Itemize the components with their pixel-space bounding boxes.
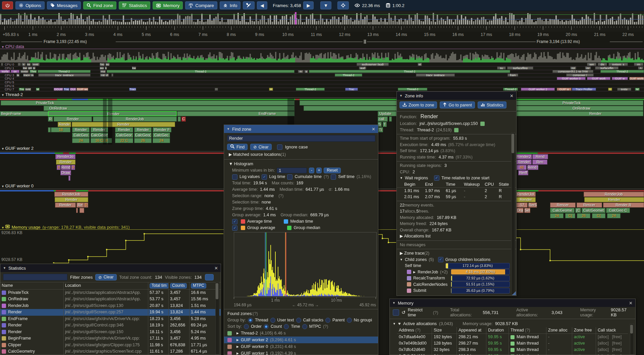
found-group-guif-worker-1[interactable]: ▶GUIF worker 1(3,192) 4.39 s: [224, 350, 378, 355]
cpu-zone-syste[interactable]: syste: [20, 70, 29, 73]
allocations-list-row[interactable]: ▶ Allocations list: [397, 233, 516, 239]
reset-button[interactable]: Reset: [324, 168, 341, 173]
zone-render-f[interactable]: Render F: [153, 127, 171, 132]
cpu-zone[interactable]: [111, 74, 113, 77]
frames-next-button[interactable]: ▶: [303, 1, 313, 9]
filter-zones-input[interactable]: [3, 274, 67, 280]
range-span[interactable]: ← 45.72 ms →: [292, 303, 319, 307]
zone-8[interactable]: 8: [57, 165, 61, 170]
zone-5[interactable]: 5: [84, 203, 88, 208]
group-by-radio-user-text[interactable]: [270, 318, 275, 323]
cpu-zone-surfa[interactable]: surfa: [0, 70, 10, 73]
frame-separator-row[interactable]: Frame 3,193 (22.45 ms)Frame 3,194 (13.92…: [0, 39, 644, 44]
alloc-column-appeared-at[interactable]: Appeared at: [457, 327, 486, 334]
zone-ti[interactable]: Ti: [378, 127, 383, 132]
zone-calcgec[interactable]: CalcGec: [153, 133, 170, 138]
column-header-name[interactable]: Name: [0, 282, 63, 289]
thread-header-guif-worker-2[interactable]: ▼ GUIF worker 2: [1, 146, 34, 151]
zone-calcgeo[interactable]: CalcGeo: [72, 133, 90, 138]
cpu-zone-inr[interactable]: inr: [585, 66, 591, 70]
statistics-scrollbar[interactable]: [215, 282, 219, 355]
limit-range-button[interactable]: [205, 274, 214, 280]
sort-by-radio-time[interactable]: [284, 324, 289, 329]
memory-button[interactable]: Memory: [153, 1, 183, 9]
cpu-zone-gguif[interactable]: GGUIF: [54, 88, 63, 91]
cpu-zone-tracy-systrace[interactable]: tracy_systrace: [416, 74, 455, 77]
zone-r[interactable]: R: [48, 117, 53, 122]
cpu-zone-tracy-profiler[interactable]: Tracy Profiler: [572, 88, 596, 91]
zone-trace-row[interactable]: ▶ Zone trace(2): [397, 250, 516, 257]
resize-grip[interactable]: [512, 291, 516, 295]
messages-button[interactable]: Messages: [47, 1, 81, 9]
zone-rers[interactable]: RerS: [528, 203, 537, 208]
zone-calcgeome[interactable]: CalcGeome: [550, 208, 575, 213]
found-group-guif-worker-0[interactable]: ▶GUIF worker 0(3,231) 4.48 s: [224, 343, 378, 350]
cpu-zone-a[interactable]: A: [638, 66, 643, 70]
cpu-zone-tra[interactable]: Tra: [19, 88, 24, 91]
cpu-zone-et[interactable]: et: [418, 63, 422, 66]
cpu-zone-t[interactable]: t: [608, 88, 612, 91]
cpu-zone--au[interactable]: (au: [100, 63, 105, 66]
scrollbar-thumb[interactable]: [630, 325, 633, 334]
cpu-zone-gui[interactable]: GUI: [70, 88, 76, 91]
cpu-zone-aud[interactable]: aud: [100, 66, 104, 70]
zone-info-statistics-button[interactable]: Statistics: [478, 101, 506, 108]
zone-18[interactable]: 18: [51, 127, 70, 132]
cpu-zone-thread-2[interactable]: Thread-2: [309, 70, 510, 73]
cpu-zone-syste[interactable]: syste: [617, 88, 631, 91]
cpu-zone-ss[interactable]: ss: [26, 63, 31, 66]
cpu-zone-audioserver-audi[interactable]: audioserver /audi: [357, 63, 389, 66]
ignore-case-checkbox[interactable]: [277, 144, 282, 150]
cpu-zone-thre[interactable]: Thre: [30, 70, 37, 73]
scrollbar-thumb[interactable]: [512, 134, 514, 153]
zone-render[interactable]: Render: [72, 127, 90, 132]
thread-activity-strip[interactable]: [516, 152, 538, 154]
cpu-zone-m[interactable]: M: [635, 88, 640, 91]
find-zone-titlebar[interactable]: ▼Find zone✕: [224, 125, 378, 133]
cpu-zone-au[interactable]: au: [105, 63, 110, 66]
child-zone-row-calcrendernodes[interactable]: CalcRenderNodes51.51 µs (1.15%): [397, 281, 516, 288]
statistics-row-render[interactable]: Renderjni/../jni/src/guif/Control.cpp:34…: [0, 322, 221, 329]
zone-update[interactable]: Update: [378, 111, 396, 116]
wait-regions-header[interactable]: ▼Wait regions✓Time relative to zone star…: [397, 175, 516, 181]
group-by-radio-thread[interactable]: [248, 318, 253, 323]
wait-column-state[interactable]: State: [499, 182, 512, 187]
zone-renderjo[interactable]: RenderJo: [55, 154, 75, 159]
column-header-location[interactable]: Location: [63, 282, 148, 289]
cpu-zone-kw[interactable]: kw: [132, 66, 136, 70]
sort-total-time-button[interactable]: Total tim: [150, 283, 168, 289]
cpu-zone-trac[interactable]: Trac: [345, 88, 358, 91]
alloc-column-zone-free[interactable]: Zone free: [572, 327, 596, 334]
cpu-zone-composer-[interactable]: composer (: [566, 74, 594, 77]
cpu-zone-surfaceflin[interactable]: surfaceflin: [595, 66, 619, 70]
cpu-zone-guif-w[interactable]: GUIF w: [612, 77, 628, 80]
thread-header-thread-2[interactable]: ▼ Thread-2: [1, 92, 23, 97]
zone-t[interactable]: T: [383, 122, 387, 127]
child-zone-row-recalctransform[interactable]: RecalcTransform72.92 µs (1.62%): [397, 275, 516, 281]
clear-filter-button[interactable]: ⊘Clear: [95, 274, 116, 280]
cpu-zone-s[interactable]: s: [105, 66, 107, 70]
frame-set-dropdown-button[interactable]: ▼: [320, 1, 331, 9]
sort-by-radio-count[interactable]: [264, 324, 269, 329]
close-icon[interactable]: ✕: [510, 93, 514, 98]
restrict-time-checkbox[interactable]: [393, 309, 399, 316]
zone-info-scrollbar[interactable]: [511, 133, 515, 295]
frame-time-graph[interactable]: [0, 11, 644, 25]
power-button[interactable]: [2, 1, 13, 9]
wait-column-cpu[interactable]: CPU: [485, 182, 497, 187]
zone-sel[interactable]: Sel: [524, 208, 530, 213]
cpu-zone-guif-worker-2[interactable]: GUIF worker 2: [629, 77, 644, 80]
zone-render[interactable]: Render: [55, 197, 88, 202]
zone-24[interactable]: 24: [607, 213, 621, 218]
cpu-zone-gm[interactable]: gm: [28, 66, 32, 70]
zone-rend-9[interactable]: Rend 9: [527, 165, 538, 170]
cpu-zone-m[interactable]: M: [36, 88, 40, 91]
zone-c[interactable]: C: [181, 117, 186, 122]
zone-render[interactable]: Render: [584, 197, 644, 202]
cpu-zone-system-s[interactable]: system_s: [608, 63, 628, 66]
zone-render[interactable]: Render: [115, 127, 133, 132]
memory-window-titlebar[interactable]: ▼Memory✕: [390, 299, 635, 307]
min-bin-input[interactable]: [277, 168, 307, 173]
zone-render[interactable]: Render: [516, 197, 536, 202]
cpu-zone-thread-2[interactable]: Thread-2: [335, 74, 362, 77]
